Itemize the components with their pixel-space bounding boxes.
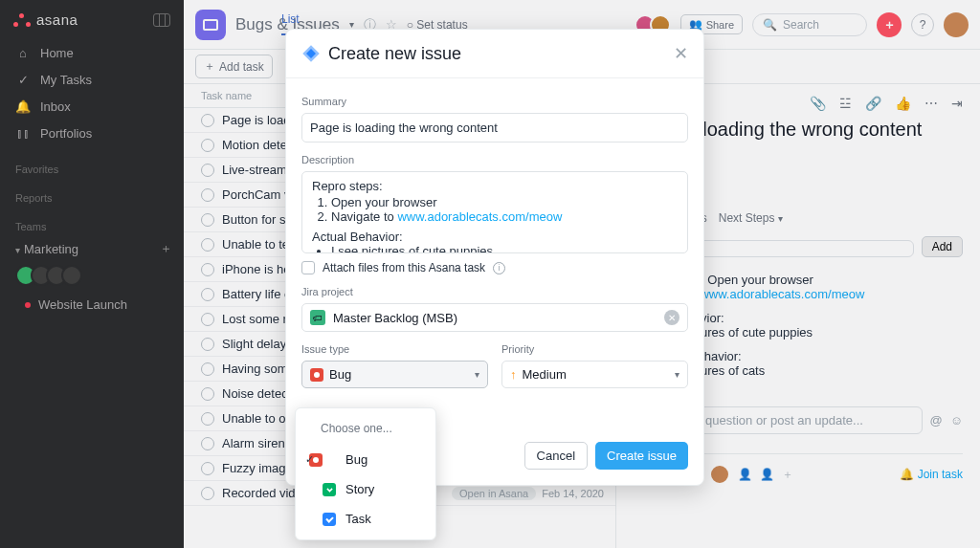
section-teams: Teams [0,208,184,236]
priority-label: Priority [501,343,688,355]
attach-files-checkbox[interactable] [301,261,315,274]
asana-logo[interactable]: asana [13,11,78,28]
project-avatar-icon: 🏷 [310,310,325,325]
section-favorites: Favorites [0,150,184,179]
issue-type-select[interactable]: Bug ▾ [301,361,488,388]
nav-inbox[interactable]: 🔔Inbox [0,93,184,120]
jira-project-value: Master Backlog (MSB) [333,311,457,325]
project-website-launch[interactable]: Website Launch [0,294,184,316]
primary-nav: ⌂Home ✓My Tasks 🔔Inbox ⫿⫿Portfolios [0,35,184,150]
modal-title: Create new issue [328,44,461,64]
issue-type-option-bug[interactable]: ✓ Bug [296,445,435,474]
chevron-down-icon: ▾ [475,369,479,380]
issue-type-label: Issue type [301,343,488,355]
create-issue-button[interactable]: Create issue [595,442,688,470]
info-icon[interactable]: i [493,262,505,274]
nav-home-label: Home [40,46,74,60]
left-sidebar: asana ⌂Home ✓My Tasks 🔔Inbox ⫿⫿Portfolio… [0,0,184,548]
description-label: Description [301,154,688,165]
nav-my-tasks-label: My Tasks [40,73,92,87]
team-marketing-label: Marketing [24,242,78,256]
issue-type-value: Bug [329,367,351,382]
bell-icon: 🔔 [15,99,31,114]
section-reports: Reports [0,179,184,208]
issue-type-option-task[interactable]: Task [296,504,435,534]
cancel-button[interactable]: Cancel [524,442,588,470]
collapse-sidebar-icon[interactable] [153,13,170,27]
team-avatar-strip [0,263,184,294]
avatar-placeholder [61,265,82,286]
nav-home[interactable]: ⌂Home [0,39,184,66]
story-icon [323,483,336,496]
option-label: Bug [345,452,368,467]
dropdown-header: Choose one... [296,414,435,445]
repro-link[interactable]: www.adorablecats.com/meow [397,209,562,224]
jira-project-label: Jira project [301,286,688,297]
brand-row: asana [0,0,184,35]
caret-down-icon: ▾ [15,245,20,255]
team-marketing[interactable]: ▾Marketing ＋ [0,236,184,263]
jira-project-select[interactable]: 🏷 Master Backlog (MSB) ✕ [301,303,688,332]
summary-input[interactable] [301,113,688,142]
project-dot-icon [25,302,31,308]
clear-icon[interactable]: ✕ [664,310,679,325]
priority-medium-icon: ↑ [510,367,517,382]
checkmark-icon: ✓ [305,453,314,466]
jira-icon [301,44,321,63]
bars-icon: ⫿⫿ [15,125,31,141]
priority-value: Medium [523,367,567,382]
home-icon: ⌂ [15,45,31,60]
option-label: Story [345,482,374,496]
task-icon [323,513,336,526]
project-website-launch-label: Website Launch [38,297,127,312]
issue-type-dropdown: Choose one... ✓ Bug Story Task [295,407,436,540]
issue-type-option-story[interactable]: Story [296,474,435,504]
nav-portfolios[interactable]: ⫿⫿Portfolios [0,120,184,146]
plus-icon[interactable]: ＋ [160,240,172,257]
check-circle-icon: ✓ [15,72,31,87]
brand-text: asana [36,11,78,28]
nav-inbox-label: Inbox [40,99,71,114]
asana-logo-icon [13,13,31,27]
description-input[interactable]: Repro steps: Open your browser Navigate … [301,171,688,253]
nav-my-tasks[interactable]: ✓My Tasks [0,66,184,93]
chevron-down-icon: ▾ [675,369,679,380]
summary-label: Summary [301,96,688,107]
attach-files-label: Attach files from this Asana task [323,261,485,274]
priority-select[interactable]: ↑ Medium ▾ [501,361,688,388]
option-label: Task [345,512,371,526]
close-icon[interactable]: ✕ [674,43,688,64]
nav-portfolios-label: Portfolios [40,126,92,141]
bug-icon [310,368,323,382]
